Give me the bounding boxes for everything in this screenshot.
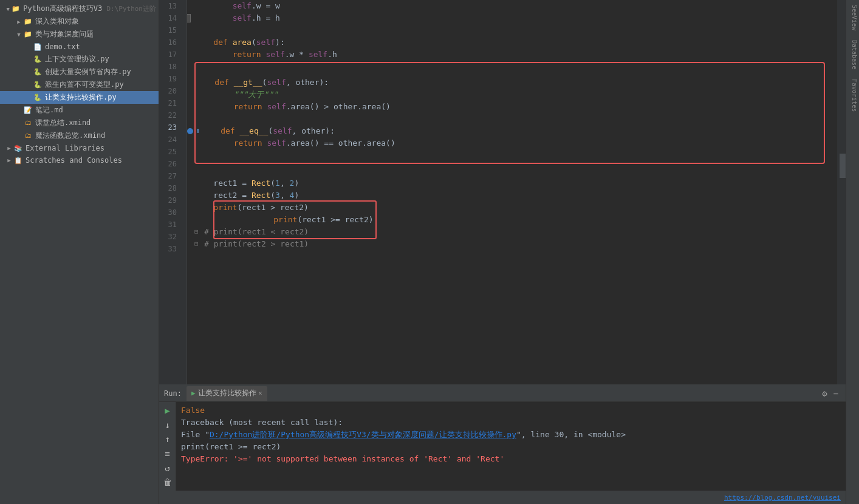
code-line-16: def area(self): <box>194 36 837 49</box>
run-tab[interactable]: ▶ 让类支持比较操作 × <box>187 386 267 401</box>
run-label: Run: <box>164 389 182 398</box>
favorites-item-database[interactable]: Database <box>846 35 859 74</box>
main-area: 13 14 15 16 17 18 19 20 21 22 23 24 25 2… <box>159 0 846 504</box>
project-arrow: ▼ <box>5 6 11 12</box>
sidebar-item-summary-xmind[interactable]: ▶ 🗂 课堂总结.xmind <box>0 117 159 129</box>
magic-xmind-icon: 🗂 <box>23 131 33 141</box>
sidebar-item-immutable[interactable]: ▶ 🐍 派生内置不可变类型.py <box>0 78 159 91</box>
arrow-23: ⬆ <box>196 125 200 137</box>
status-bar: https://blog.csdn.net/yuuisei <box>159 491 846 504</box>
sidebar-item-compare[interactable]: ▶ 🐍 让类支持比较操作.py <box>0 91 159 104</box>
compare-icon: 🐍 <box>33 93 43 103</box>
ln-24: 24 <box>159 134 182 146</box>
code-view: 13 14 15 16 17 18 19 20 21 22 23 24 25 2… <box>159 0 846 384</box>
sidebar-item-notes-md[interactable]: ▶ 📝 笔记.md <box>0 104 159 117</box>
ln-33: 33 <box>159 243 182 255</box>
immutable-icon: 🐍 <box>33 80 43 90</box>
code-line-18 <box>196 64 824 77</box>
sidebar-item-ext-lib[interactable]: ▶ 📚 External Libraries <box>0 142 159 154</box>
deep-class-arrow: ▶ <box>15 19 23 25</box>
sidebar-item-class-obj[interactable]: ▼ 📁 类与对象深度问题 <box>0 28 159 41</box>
context-mgr-label: 上下文管理协议.py <box>45 54 109 64</box>
code-line-21: return self.area() > other.area() <box>196 101 824 113</box>
run-tab-label: 让类支持比较操作 <box>198 388 256 398</box>
sidebar-item-demo-txt[interactable]: ▶ 📄 demo.txt <box>0 41 159 53</box>
class-obj-arrow: ▼ <box>15 32 23 38</box>
favorites-bar: SeeView Database Favorites <box>846 0 859 504</box>
file-tree: ▼ 📁 Python高级编程技巧V3 D:\Python进阶 ▶ 📁 深入类和对… <box>0 0 159 504</box>
code-editor[interactable]: 13 14 15 16 17 18 19 20 21 22 23 24 25 2… <box>159 0 846 384</box>
notes-md-icon: 📝 <box>23 106 33 115</box>
run-output: False Traceback (most recent call last):… <box>176 402 846 491</box>
ln-19: 19 <box>159 73 182 85</box>
demo-txt-label: demo.txt <box>45 43 80 51</box>
run-trash-btn[interactable]: 🗑 <box>161 476 174 488</box>
code-line-22 <box>196 113 824 125</box>
favorites-item-seeview[interactable]: SeeView <box>846 0 859 35</box>
ln-32: 32 <box>159 231 182 243</box>
sidebar-item-deep-class[interactable]: ▶ 📁 深入类和对象 <box>0 15 159 28</box>
minimap-scroll[interactable] <box>840 154 846 178</box>
traceback-link[interactable]: D:/Python进阶班/Python高级编程技巧V3/类与对象深度问题/让类支… <box>210 430 516 439</box>
context-mgr-icon: 🐍 <box>33 55 43 64</box>
create-inst-icon: 🐍 <box>33 67 43 77</box>
sidebar-item-context-mgr[interactable]: ▶ 🐍 上下文管理协议.py <box>0 53 159 66</box>
sidebar: ▼ 📁 Python高级编程技巧V3 D:\Python进阶 ▶ 📁 深入类和对… <box>0 0 159 504</box>
code-line-33 <box>194 250 837 262</box>
sidebar-item-magic-xmind[interactable]: ▶ 🗂 魔法函数总览.xmind <box>0 129 159 142</box>
code-line-25 <box>196 149 824 162</box>
class-obj-icon: 📁 <box>23 30 33 39</box>
code-line-15 <box>194 24 837 36</box>
scratches-arrow: ▶ <box>5 157 13 163</box>
ln-17: 17 <box>159 49 182 61</box>
run-up-btn[interactable]: ↑ <box>161 433 174 445</box>
demo-txt-icon: 📄 <box>33 42 43 52</box>
output-file-line: File "D:/Python进阶班/Python高级编程技巧V3/类与对象深度… <box>181 429 841 441</box>
code-line-32: ⊟ # print(rect2 > rect1) <box>194 238 837 250</box>
run-panel: Run: ▶ 让类支持比较操作 × ⚙ − ▶ ↓ ↑ ≡ ↺ 🗑 <box>159 384 846 491</box>
favorites-item-favorites[interactable]: Favorites <box>846 74 859 117</box>
immutable-label: 派生内置不可变类型.py <box>45 80 124 90</box>
scratches-icon: 📋 <box>13 155 23 165</box>
run-down-btn[interactable]: ↓ <box>161 419 174 431</box>
project-label: Python高级编程技巧V3 D:\Python进阶 <box>23 4 156 14</box>
code-line-23: ⬆ def __eq__(self, other): <box>196 125 824 137</box>
red-box-block: def __gt__(self, other): """大于""" return… <box>194 62 825 164</box>
run-play-btn[interactable]: ▶ <box>161 404 174 417</box>
output-code-line: print(rect1 >= rect2) <box>181 441 841 453</box>
deep-class-icon: 📁 <box>23 17 33 27</box>
ln-16: 16 <box>159 36 182 49</box>
output-false: False <box>181 404 841 417</box>
ln-13: 13 <box>159 0 182 12</box>
summary-xmind-label: 课堂总结.xmind <box>35 118 91 128</box>
code-lines: self.w = w self.h = h def area(self): <box>187 0 837 384</box>
run-rerun-btn[interactable]: ↺ <box>161 462 174 474</box>
ln-29: 29 <box>159 194 182 206</box>
sidebar-item-scratches[interactable]: ▶ 📋 Scratches and Consoles <box>0 154 159 166</box>
ln-21: 21 <box>159 97 182 109</box>
minimize-btn[interactable]: − <box>831 387 841 400</box>
status-link[interactable]: https://blog.csdn.net/yuuisei <box>724 494 841 502</box>
ln-27: 27 <box>159 170 182 182</box>
ln-18: 18 <box>159 61 182 73</box>
code-line-31: ⊟ # print(rect1 < rect2) <box>194 226 837 238</box>
code-line-13: self.w = w <box>194 0 837 12</box>
settings-btn[interactable]: ⚙ <box>820 387 829 400</box>
ln-14: 14 <box>159 12 182 24</box>
ln-28: 28 <box>159 182 182 194</box>
ln-31: 31 <box>159 219 182 231</box>
summary-xmind-icon: 🗂 <box>23 118 33 128</box>
sidebar-item-create-inst[interactable]: ▶ 🐍 创建大量实例节省内存.py <box>0 66 159 78</box>
ext-lib-label: External Libraries <box>26 144 104 152</box>
run-tab-icon: ▶ <box>191 389 196 397</box>
ln-22: 22 <box>159 109 182 121</box>
project-root[interactable]: ▼ 📁 Python高级编程技巧V3 D:\Python进阶 <box>0 2 159 15</box>
code-line-20: """大于""" <box>196 89 824 101</box>
ext-lib-arrow: ▶ <box>5 145 13 151</box>
run-list-btn[interactable]: ≡ <box>161 448 174 460</box>
magic-xmind-label: 魔法函数总览.xmind <box>35 131 105 141</box>
minimap <box>837 0 846 384</box>
run-tab-close[interactable]: × <box>259 390 262 397</box>
run-toolbar: ⚙ − <box>820 387 841 400</box>
breakpoint-23 <box>187 128 193 134</box>
